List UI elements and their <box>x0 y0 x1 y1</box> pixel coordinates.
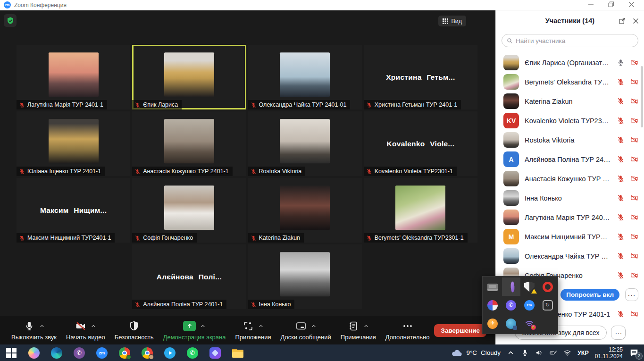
tray-chevron-icon[interactable] <box>507 349 515 357</box>
video-tile[interactable]: Лагуткіна Марія ТУР 2401-1 <box>17 45 130 109</box>
video-tile[interactable]: Софія Гончаренко <box>132 178 246 243</box>
explorer-taskbar-icon[interactable] <box>232 347 243 359</box>
participant-row[interactable]: Berymets' Oleksandra ТУР2301-1 <box>496 72 644 92</box>
participant-name: Анастасія Кожушко ТУР 2401-1 <box>525 175 611 183</box>
toolbar-button-whiteboard[interactable]: Доски сообщений <box>276 318 336 343</box>
viber-taskbar-icon[interactable]: ✆ <box>74 347 85 359</box>
copilot-taskbar-icon[interactable] <box>28 347 40 359</box>
end-meeting-button[interactable]: Завершение <box>434 324 486 337</box>
tray-app-globe-lock[interactable] <box>502 314 520 333</box>
tray-app-opera[interactable] <box>538 277 557 296</box>
tray-pen-input-icon[interactable] <box>549 349 557 357</box>
chevron-up-icon <box>91 323 96 329</box>
viber-icon: ✆ <box>506 300 516 311</box>
video-tile[interactable]: Христина Гетьм...Христина Гетьман ТУР 24… <box>364 45 477 109</box>
clock[interactable]: 12:25 01.11.2024 <box>595 346 623 360</box>
globe-lock-icon <box>506 319 516 329</box>
ask-unmute-button[interactable]: Попросить вкл <box>560 289 619 301</box>
close-button[interactable] <box>628 1 635 8</box>
tray-app-paint[interactable] <box>484 296 502 314</box>
toolbar-button-mic[interactable]: Выключить звук <box>7 318 61 343</box>
restore-button[interactable] <box>608 1 614 8</box>
window-titlebar: zm Zoom Конференция <box>0 0 644 10</box>
row-more-button[interactable]: ··· <box>625 288 638 301</box>
participant-photo <box>164 185 214 230</box>
tray-app-shield-warning[interactable] <box>520 277 539 296</box>
mic-on-icon <box>617 59 625 67</box>
zoom-taskbar-icon[interactable]: zm <box>96 347 108 359</box>
video-tile[interactable]: Berymets' Oleksandra ТУР2301-1 <box>364 178 477 243</box>
video-tile[interactable]: Алєйнова Полі...Алєйнова Поліна ТУР 2401… <box>132 244 246 309</box>
telegram-taskbar-icon[interactable] <box>164 347 176 359</box>
chrome-2-taskbar-icon[interactable] <box>142 347 153 359</box>
tray-app-hotspot-lock[interactable]: 🔒 <box>520 314 539 333</box>
participant-avatar <box>503 248 519 264</box>
participant-row[interactable]: MМаксим Нищимний ТУР2401-1 <box>496 227 644 246</box>
edge-taskbar-icon[interactable] <box>51 347 62 359</box>
close-panel-icon[interactable] <box>632 17 639 25</box>
toolbar-button-more[interactable]: Дополнительно <box>381 318 435 343</box>
video-tile[interactable]: Kovalenko Viole...Kovalenko Violeta ТУР2… <box>364 111 477 176</box>
tray-app-monitor[interactable] <box>484 277 502 296</box>
chevron-up-icon <box>363 323 369 329</box>
participant-row[interactable]: Анастасія Кожушко ТУР 2401-1 <box>496 169 644 188</box>
participant-row[interactable]: Олександра Чайка ТУР 2401-01 <box>496 246 644 266</box>
tray-mic-icon[interactable] <box>521 349 529 357</box>
participant-row[interactable]: Rostoka Viktoria <box>496 130 644 150</box>
participant-name: Єпик Лариса (Организатор, я) <box>525 59 611 67</box>
tray-app-feather[interactable] <box>502 277 520 296</box>
camera-off-icon <box>630 252 638 260</box>
participant-photo <box>49 119 99 163</box>
participant-row[interactable]: Katerina Ziakun <box>496 92 644 111</box>
tray-app-viber[interactable]: ✆ <box>502 296 520 314</box>
video-tile[interactable]: Олександра Чайка ТУР 2401-01 <box>248 45 362 109</box>
participant-search[interactable] <box>502 34 638 47</box>
tile-name-label: Лагуткіна Марія ТУР 2401-1 <box>17 100 107 109</box>
notifications-icon[interactable]: 2 <box>629 348 639 358</box>
tray-volume-icon[interactable] <box>535 349 543 357</box>
video-tile[interactable]: Юліана Іщенко ТУР 2401-1 <box>17 111 130 176</box>
participant-row[interactable]: Лагуткіна Марія ТУР 2401-1 <box>496 208 644 227</box>
scrollbar-thumb[interactable] <box>641 66 643 127</box>
tray-app-cast[interactable]: ↻ <box>538 296 557 314</box>
video-tile[interactable]: Анастасія Кожушко ТУР 2401-1 <box>132 111 246 176</box>
minimize-button[interactable] <box>588 1 594 8</box>
whiteboard-icon <box>295 320 307 332</box>
zoom-app-icon: zm <box>4 1 11 8</box>
time: 12:25 <box>595 346 623 353</box>
participant-row[interactable]: AАлєйнова Поліна ТУР 2401-1 <box>496 150 644 169</box>
security-shield-icon[interactable] <box>4 14 17 27</box>
feather-icon <box>509 281 516 293</box>
designer-taskbar-icon[interactable] <box>209 347 221 359</box>
weather-widget[interactable]: 9°CCloudy <box>451 347 501 359</box>
toolbar-button-share[interactable]: Демонстрация экрана <box>159 318 231 343</box>
tray-wifi-icon[interactable] <box>563 349 571 357</box>
toolbar-button-notes[interactable]: Примечания <box>336 318 381 343</box>
video-tile[interactable]: Katerina Ziakun <box>248 178 362 243</box>
toolbar-button-camoff[interactable]: Начать видео <box>61 318 110 343</box>
chrome-1-taskbar-icon[interactable] <box>119 347 130 359</box>
tile-name-label: Олександра Чайка ТУР 2401-01 <box>248 100 351 109</box>
video-tile[interactable]: Єпик Лариса <box>132 45 246 109</box>
search-input[interactable] <box>516 37 633 44</box>
whatsapp-taskbar-icon[interactable]: ✆ <box>187 347 198 359</box>
video-tile[interactable]: Інна Конько <box>248 244 362 309</box>
video-tile[interactable]: Максим Нищим...Максим Нищимний ТУР2401-1 <box>17 178 130 243</box>
popout-panel-icon[interactable] <box>619 17 626 25</box>
mic-muted-icon <box>617 155 625 163</box>
view-button[interactable]: Вид <box>438 16 466 26</box>
tray-app-zoho[interactable]: ✈ <box>484 314 502 333</box>
camera-off-icon <box>630 175 638 183</box>
participant-row[interactable]: Інна Конько <box>496 188 644 208</box>
tray-app-zoom[interactable]: zm <box>520 296 539 314</box>
meeting-toolbar: Выключить звукНачать видеоБезопасностьДе… <box>0 316 495 344</box>
participant-row[interactable]: KVKovalenko Violeta ТУР2301-1 <box>496 111 644 130</box>
participant-row[interactable]: Єпик Лариса (Организатор, я) <box>496 53 644 72</box>
video-tile[interactable]: Rostoka Viktoria <box>248 111 362 176</box>
start-taskbar-icon[interactable] <box>6 347 17 359</box>
language-indicator[interactable]: УКР <box>577 350 589 356</box>
mic-muted-icon <box>366 168 372 175</box>
footer-more-button[interactable]: ··· <box>611 326 626 340</box>
toolbar-button-shield[interactable]: Безопасность <box>110 318 159 343</box>
toolbar-button-apps[interactable]: Приложения <box>230 318 276 343</box>
